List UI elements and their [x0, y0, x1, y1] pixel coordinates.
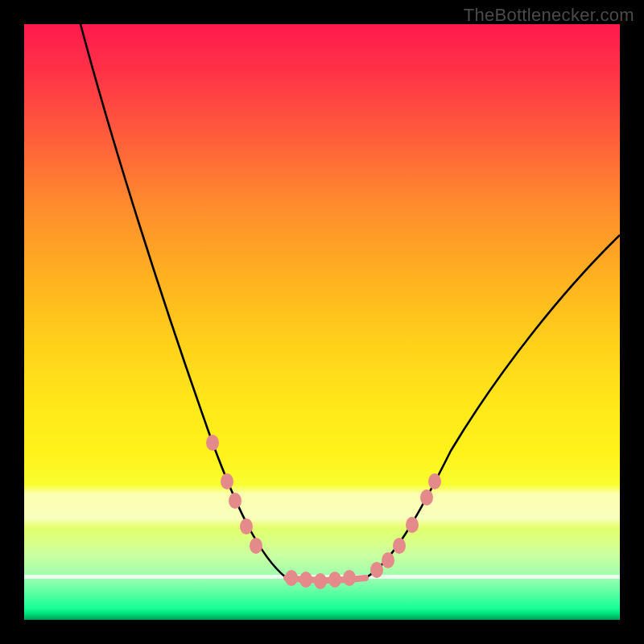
data-dot [393, 538, 406, 554]
data-dot [328, 572, 341, 588]
data-dot [428, 473, 441, 489]
data-dot [285, 570, 298, 586]
data-dot [229, 493, 242, 509]
data-dot [221, 473, 233, 489]
plot-area [24, 24, 620, 620]
data-dot [343, 570, 356, 586]
data-dot [250, 538, 262, 554]
right-branch-curve [365, 235, 620, 578]
data-dot [420, 489, 433, 506]
chart-svg [24, 24, 620, 620]
data-dot [206, 435, 219, 451]
data-dot [240, 518, 253, 535]
data-dot [406, 517, 419, 533]
outer-frame: TheBottlenecker.com [0, 0, 644, 644]
data-dot [299, 572, 312, 588]
left-branch-curve [80, 24, 287, 578]
data-dot [314, 573, 327, 589]
data-dot [382, 552, 394, 568]
watermark-text: TheBottlenecker.com [464, 5, 634, 26]
data-dot [370, 562, 383, 578]
